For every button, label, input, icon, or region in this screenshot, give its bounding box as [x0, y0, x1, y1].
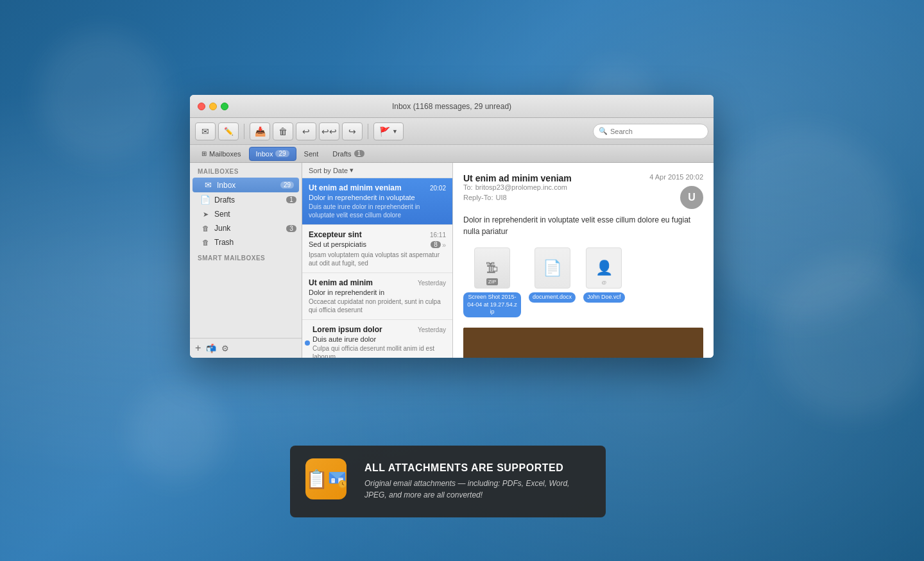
- sidebar-item-inbox[interactable]: ✉ Inbox 29: [193, 178, 299, 192]
- sort-label: Sort by Date: [309, 167, 348, 174]
- svg-rect-20: [339, 478, 342, 479]
- sidebar-inbox-count: 29: [280, 181, 294, 188]
- attachment-docx-icon: 📄: [535, 247, 570, 289]
- msg-subject-2: Sed ut perspiciatis: [309, 240, 366, 248]
- close-button[interactable]: [198, 103, 205, 110]
- promo-text: ALL ATTACHMENTS ARE SUPPORTED Original e…: [364, 462, 590, 501]
- inline-image: [463, 328, 703, 358]
- forward-icon: ↪: [348, 126, 356, 137]
- detail-body: Dolor in reprehenderit in voluptate veli…: [463, 214, 703, 237]
- trash-sidebar-icon: 🗑: [200, 239, 210, 246]
- sidebar-item-sent-label: Sent: [214, 210, 230, 219]
- attachment-zip-label: Screen Shot 2015-04-04 at 19.27.54.zip: [463, 292, 521, 317]
- reply-all-back-button[interactable]: ↩↩: [319, 122, 339, 140]
- window-title: Inbox (1168 messages, 29 unread): [392, 102, 511, 111]
- sidebar-item-drafts[interactable]: 📄 Drafts 1: [190, 192, 302, 207]
- promo-title: ALL ATTACHMENTS ARE SUPPORTED: [364, 462, 590, 474]
- settings-button[interactable]: ⚙: [221, 344, 229, 353]
- tab-drafts[interactable]: Drafts 1: [326, 147, 370, 161]
- archive-button[interactable]: 📥: [250, 122, 270, 140]
- promo-banner: ALL ATTACHMENTS ARE SUPPORTED Original e…: [290, 446, 606, 517]
- sidebar-item-sent[interactable]: ➤ Sent: [190, 207, 302, 221]
- svg-rect-2: [511, 328, 572, 358]
- msg-subject-4: Duis aute irure dolor: [312, 335, 446, 343]
- svg-line-12: [653, 328, 656, 358]
- svg-rect-17: [332, 480, 334, 481]
- msg-badge-2: 8: [431, 241, 441, 248]
- toolbar-separator-1: [244, 124, 244, 139]
- sidebar-footer: + 📬 ⚙: [190, 338, 302, 358]
- svg-rect-3: [583, 328, 655, 358]
- msg-time-1: 20:02: [430, 185, 446, 192]
- avatar: U: [680, 186, 703, 209]
- compose-button[interactable]: ✏️: [218, 122, 239, 140]
- sidebar-junk-count: 3: [286, 225, 296, 232]
- attachment-3[interactable]: 👤 @ John Doe.vcf: [583, 247, 625, 317]
- attachment-vcf-icon: 👤 @: [586, 247, 622, 289]
- reply-all-back-icon: ↩↩: [321, 126, 337, 137]
- sidebar-section-header: Mailboxes: [190, 163, 302, 178]
- flag-button[interactable]: 🚩 ▼: [373, 122, 404, 140]
- trash-button[interactable]: 🗑: [273, 122, 293, 140]
- svg-line-7: [499, 328, 502, 358]
- minimize-button[interactable]: [209, 103, 217, 110]
- message-item-2[interactable]: Excepteur sint 16:11 Sed ut perspiciatis…: [302, 225, 452, 273]
- msg-sender-1: Ut enim ad minim veniam: [309, 183, 402, 192]
- sidebar-item-junk[interactable]: 🗑 Junk 3: [190, 221, 302, 235]
- detail-subject: Ut enim ad minim veniam: [463, 173, 572, 183]
- forward-button[interactable]: ↪: [342, 122, 363, 140]
- search-box: 🔍: [593, 124, 708, 139]
- tab-inbox[interactable]: Inbox 29: [249, 147, 296, 161]
- vcf-at-symbol: @: [601, 280, 606, 285]
- message-item-4[interactable]: Lorem ipsum dolor Yesterday Duis aute ir…: [302, 320, 452, 358]
- tab-drafts-badge: 1: [354, 150, 364, 157]
- toolbar-separator-2: [368, 124, 368, 139]
- flag-dropdown-icon: ▼: [392, 128, 398, 135]
- detail-pane: Ut enim ad minim veniam To: britosp23@pr…: [453, 163, 714, 358]
- zip-label-badge: ZIP: [486, 278, 498, 285]
- new-message-button[interactable]: ✉: [195, 122, 216, 140]
- attachment-1[interactable]: 🗜 ZIP Screen Shot 2015-04-04 at 19.27.54…: [463, 247, 521, 317]
- sort-chevron-icon: ▾: [350, 166, 354, 174]
- detail-reply-to-value: UI8: [495, 194, 506, 201]
- msg-header-1: Ut enim ad minim veniam 20:02: [309, 183, 446, 192]
- attachment-2[interactable]: 📄 document.docx: [529, 247, 576, 317]
- attachment-docx-label: document.docx: [529, 292, 576, 303]
- message-item-3[interactable]: Ut enim ad minim Yesterday Dolor in repr…: [302, 273, 452, 320]
- mail-window: Inbox (1168 messages, 29 unread) ✉ ✏️ 📥 …: [190, 95, 714, 358]
- svg-line-11: [624, 328, 627, 358]
- sidebar-item-trash[interactable]: 🗑 Trash: [190, 235, 302, 249]
- tab-sent[interactable]: Sent: [298, 147, 325, 161]
- message-item-1[interactable]: Ut enim ad minim veniam 20:02 Dolor in r…: [302, 178, 452, 225]
- detail-header-left: Ut enim ad minim veniam To: britosp23@pr…: [463, 173, 572, 204]
- promo-envelope-icon: [328, 464, 346, 494]
- msg-preview-2: Ipsam voluptatem quia voluptas sit asper…: [309, 251, 446, 267]
- bokeh-4: [770, 256, 924, 417]
- svg-rect-21: [339, 480, 342, 480]
- sort-bar[interactable]: Sort by Date ▾: [302, 163, 452, 178]
- msg-preview-3: Occaecat cupidatat non proident, sunt in…: [309, 297, 446, 314]
- msg-time-2: 16:11: [430, 231, 446, 239]
- svg-line-5: [466, 328, 470, 358]
- detail-reply-to-label: Reply-To:: [463, 194, 493, 201]
- reply-button[interactable]: ↩: [296, 122, 316, 140]
- svg-rect-1: [463, 328, 535, 358]
- maximize-button[interactable]: [221, 103, 228, 110]
- svg-line-9: [560, 328, 563, 358]
- mailboxes-grid-icon: ⊞: [201, 150, 207, 157]
- attachment-vcf-label: John Doe.vcf: [583, 292, 625, 303]
- msg-preview-4: Culpa qui officia deserunt mollit anim i…: [312, 344, 446, 358]
- junk-icon: 🗑: [200, 224, 210, 232]
- content-area: Mailboxes ✉ Inbox 29 📄 Drafts 1 ➤ Sent 🗑: [190, 163, 714, 358]
- mailbox-button[interactable]: 📬: [206, 344, 216, 353]
- msg-subject-1: Dolor in reprehenderit in voluptate: [309, 194, 446, 201]
- sidebar-item-junk-label: Junk: [214, 224, 230, 233]
- tab-inbox-label: Inbox: [256, 150, 273, 158]
- add-mailbox-button[interactable]: +: [195, 342, 201, 354]
- svg-rect-0: [463, 328, 703, 358]
- search-input[interactable]: [610, 128, 703, 135]
- promo-icon: [305, 458, 352, 505]
- inbox-icon: ✉: [203, 180, 213, 190]
- tab-mailboxes[interactable]: ⊞ Mailboxes: [195, 147, 248, 161]
- detail-header-right: 4 Apr 2015 20:02 U: [649, 173, 703, 209]
